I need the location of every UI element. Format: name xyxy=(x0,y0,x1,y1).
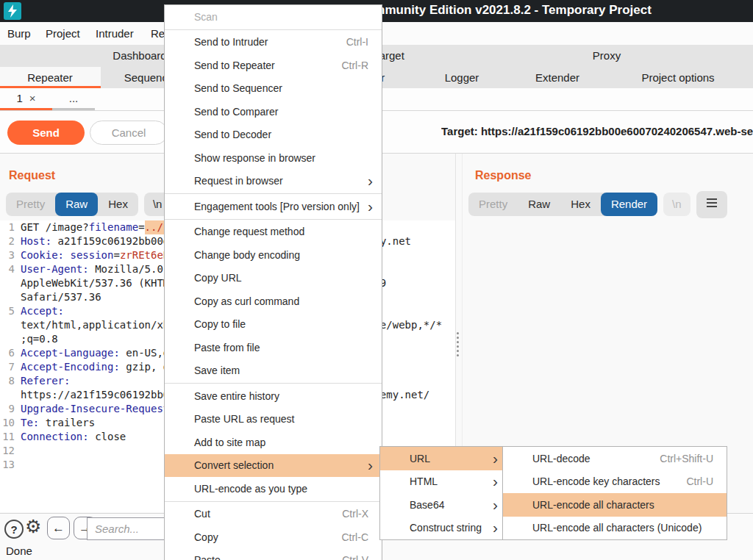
help-icon[interactable]: ? xyxy=(4,520,24,539)
back-arrow-button[interactable]: ← xyxy=(47,517,70,539)
menu-item-label: Paste xyxy=(194,554,221,560)
menu-item-paste-url-as-request[interactable]: Paste URL as request xyxy=(165,408,382,431)
line-number: 7 xyxy=(0,360,15,374)
menu-item-label: Send to Decoder xyxy=(194,129,271,140)
menu-item-change-body-encoding[interactable]: Change body encoding xyxy=(165,243,382,267)
menu-item-paste-from-file[interactable]: Paste from file xyxy=(165,336,382,359)
submenu-chevron-icon: › xyxy=(493,453,499,464)
menu-item-cut[interactable]: CutCtrl-X xyxy=(165,503,382,526)
request-text: filename xyxy=(89,220,138,234)
response-view-tabs: PrettyRawHexRender\n xyxy=(468,193,727,216)
tab-repeater[interactable]: Repeater xyxy=(27,71,73,84)
menu-item-send-to-comparer[interactable]: Send to Comparer xyxy=(165,100,382,123)
menu-item-label: Paste URL as request xyxy=(194,413,294,425)
request-panel-title: Request xyxy=(9,169,55,182)
menu-item-show-response-in-browser[interactable]: Show response in browser xyxy=(165,146,382,170)
menu-item-paste[interactable]: PasteCtrl-V xyxy=(165,549,382,560)
menu-item-send-to-decoder[interactable]: Send to Decoder xyxy=(165,123,382,147)
menu-item-html[interactable]: HTML› xyxy=(380,470,507,494)
tab-proxy[interactable]: Proxy xyxy=(593,49,621,62)
tab-logger[interactable]: Logger xyxy=(445,71,479,84)
target-label: Target: xyxy=(441,125,478,137)
tab-extender[interactable]: Extender xyxy=(535,71,579,84)
menu-item-url-encode-all-characters-unicode[interactable]: URL-encode all characters (Unicode) xyxy=(503,517,727,540)
menu-item-convert-selection[interactable]: Convert selection› xyxy=(165,454,382,478)
menu-item-url-encode-key-characters[interactable]: URL-encode key charactersCtrl-U xyxy=(503,470,727,494)
menu-item-url-encode-as-you-type[interactable]: URL-encode as you type xyxy=(165,477,382,500)
request-text: Connection: xyxy=(21,430,89,444)
line-number: 11 xyxy=(0,430,15,444)
menu-item-send-to-repeater[interactable]: Send to RepeaterCtrl-R xyxy=(165,54,382,77)
panel-splitter-grip-icon[interactable] xyxy=(455,332,460,356)
menu-item-save-item[interactable]: Save item xyxy=(165,359,382,383)
line-number: 12 xyxy=(0,444,15,458)
menu-item-copy-as-curl-command[interactable]: Copy as curl command xyxy=(165,290,382,313)
menu-item-label: Cut xyxy=(194,508,210,520)
submenu-chevron-icon: › xyxy=(368,460,374,470)
request-text: = xyxy=(113,248,119,262)
menu-item-url-encode-all-characters[interactable]: URL-encode all characters xyxy=(503,493,727,517)
context-menu: ScanSend to IntruderCtrl-ISend to Repeat… xyxy=(164,4,382,560)
menu-item-base64[interactable]: Base64› xyxy=(380,493,507,517)
menu-item-url[interactable]: URL› xyxy=(380,447,507,470)
tab-dashboard[interactable]: Dashboard xyxy=(113,49,166,62)
menu-item-change-request-method[interactable]: Change request method xyxy=(165,220,382,244)
request-text: Accept-Language: xyxy=(21,346,120,360)
menu-item-construct-string[interactable]: Construct string› xyxy=(380,517,507,540)
line-number: 2 xyxy=(0,234,15,248)
request-text: User-Agent: xyxy=(21,262,89,276)
view-tab-raw[interactable]: Raw xyxy=(518,193,560,216)
request-text: trailers xyxy=(39,416,95,430)
menu-item-add-to-site-map[interactable]: Add to site map xyxy=(165,431,382,454)
menu-item-label: Save entire history xyxy=(194,390,279,402)
menu-item-label: URL xyxy=(410,453,430,464)
request-text: Safari/537.36 xyxy=(21,290,101,304)
menu-separator xyxy=(165,501,382,502)
menu-item-send-to-intruder[interactable]: Send to IntruderCtrl-I xyxy=(165,31,382,54)
lightning-bolt-icon xyxy=(7,4,18,18)
menu-item-label: Send to Comparer xyxy=(194,106,278,118)
target-url: https://a21f159c06192bb00e60070240206547… xyxy=(481,125,753,137)
view-tab-pretty: Pretty xyxy=(468,193,518,216)
menu-item-request-in-browser[interactable]: Request in browser› xyxy=(165,170,382,193)
repeater-tab-more[interactable]: ... xyxy=(52,88,95,110)
menu-item-engagement-tools-pro-version-only[interactable]: Engagement tools [Pro version only]› xyxy=(165,195,382,218)
view-tab-render[interactable]: Render xyxy=(601,193,657,216)
tab-project-options[interactable]: Project options xyxy=(641,71,714,84)
submenu-chevron-icon: › xyxy=(368,176,374,186)
editor-menu-button[interactable] xyxy=(696,191,727,218)
menu-item-send-to-sequencer[interactable]: Send to Sequencer xyxy=(165,77,382,101)
menu-item-copy[interactable]: CopyCtrl-C xyxy=(165,525,382,549)
menu-item-label: Convert selection xyxy=(194,459,274,471)
send-button[interactable]: Send xyxy=(7,121,85,145)
menu-item-label: URL-encode all characters xyxy=(532,499,654,511)
view-tab-hex[interactable]: Hex xyxy=(560,193,601,216)
menu-item-copy-to-file[interactable]: Copy to file xyxy=(165,313,382,337)
status-text: Done xyxy=(6,545,32,557)
repeater-tab-1[interactable]: 1 × xyxy=(0,88,52,110)
menubar-item-intruder[interactable]: Intruder xyxy=(96,27,134,40)
menubar-item-project[interactable]: Project xyxy=(46,27,80,40)
cancel-button[interactable]: Cancel xyxy=(90,121,168,145)
line-number: 8 xyxy=(0,374,15,388)
menu-item-save-entire-history[interactable]: Save entire history xyxy=(165,384,382,408)
request-text: close xyxy=(89,430,126,444)
menubar-item-burp[interactable]: Burp xyxy=(7,27,31,40)
view-tab-raw[interactable]: Raw xyxy=(55,193,98,216)
line-number xyxy=(0,290,15,304)
menu-item-label: URL-encode as you type xyxy=(194,483,307,495)
gear-icon[interactable]: ⚙ xyxy=(25,516,41,537)
line-number: 1 xyxy=(0,220,15,234)
menu-shortcut: Ctrl-U xyxy=(686,475,719,487)
url-encode-submenu: URL-decodeCtrl+Shift-UURL-encode key cha… xyxy=(502,446,727,540)
menu-item-copy-url[interactable]: Copy URL xyxy=(165,267,382,290)
view-tab-hex[interactable]: Hex xyxy=(98,193,138,216)
close-tab-icon[interactable]: × xyxy=(29,92,36,104)
menu-item-label: Copy URL xyxy=(194,272,242,284)
menu-item-url-decode[interactable]: URL-decodeCtrl+Shift-U xyxy=(503,447,727,470)
view-tab-group: PrettyRawHex xyxy=(6,193,138,216)
request-text: Upgrade-Insecure-Requests: xyxy=(21,402,182,416)
target-url-line: Target: https://a21f159c06192bb00e600702… xyxy=(441,125,753,137)
menu-shortcut: Ctrl-I xyxy=(346,36,374,48)
menu-item-label: Scan xyxy=(194,11,218,23)
